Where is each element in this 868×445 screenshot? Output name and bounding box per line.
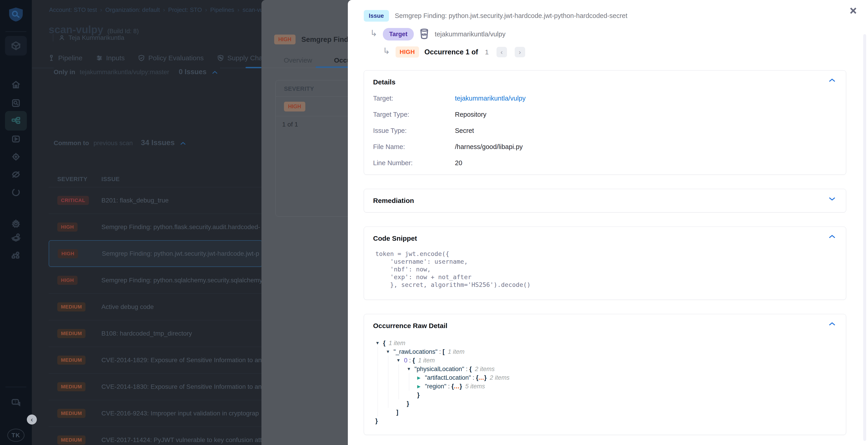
json-line: ▶"region" : {...}5 items (374, 382, 837, 391)
table-row[interactable]: MEDIUMCVE-2014-1829: Exposure of Sensiti… (49, 347, 261, 373)
tab-pipeline[interactable]: Pipeline (48, 54, 83, 62)
pipeline-icon (48, 54, 55, 62)
table-row[interactable]: MEDIUMCVE-2017-11424: PyJWT vulnerable t… (49, 426, 261, 445)
common-count: 34 Issues (141, 138, 175, 147)
code-snippet-title: Code Snippet (373, 235, 837, 242)
sidebar-item-getting-started[interactable] (5, 182, 27, 202)
severity-badge: MEDIUM (57, 382, 86, 391)
background-page: Account: STO test›Organization: default›… (32, 0, 261, 445)
tab-label: Inputs (106, 54, 125, 62)
common-row[interactable]: Common to previous scan 34 Issues (54, 138, 186, 147)
sidebar-item-executions[interactable] (5, 129, 27, 149)
close-button[interactable] (848, 5, 859, 16)
chevron-up-icon[interactable] (829, 78, 836, 83)
code-line: 'nbf': now, (375, 266, 837, 273)
breadcrumb-separator: › (237, 6, 239, 13)
only-in-row[interactable]: Only in tejakummarikuntla/vulpy:master 0… (54, 66, 220, 77)
detail-row: Target Type:Repository (373, 111, 837, 118)
json-brace: { (476, 374, 478, 381)
issues-table: SEVERITY ISSUE CRITICALB201: flask_debug… (49, 171, 261, 445)
severity-badge: HIGH (284, 102, 305, 112)
tab-supply-chain[interactable]: Supply Chain (217, 54, 261, 62)
collapsed-arrow-icon[interactable]: ▶ (417, 375, 425, 380)
user-avatar[interactable]: TK (7, 428, 25, 442)
severity-badge: MEDIUM (57, 356, 86, 365)
only-in-target: tejakummarikuntla/vulpy:master (80, 68, 169, 76)
occurrence-label: Occurrence 1 of (425, 48, 478, 56)
chevron-down-icon[interactable] (829, 197, 836, 202)
expand-arrow-icon[interactable]: ▼ (407, 366, 414, 372)
target-link[interactable]: tejakummarikuntla/vulpy (455, 95, 526, 102)
breadcrumb-account[interactable]: Account: STO test (49, 6, 97, 13)
breadcrumb-org[interactable]: Organization: default (105, 6, 160, 13)
breadcrumb-pipelines[interactable]: Pipelines (210, 6, 235, 13)
table-row-selected[interactable]: HIGHSemgrep Finding: python.jwt.security… (49, 240, 261, 267)
table-row[interactable]: HIGHSemgrep Finding: python.flask.securi… (49, 214, 261, 240)
json-colon: : (446, 383, 452, 390)
prev-occurrence-button[interactable]: ‹ (497, 47, 507, 57)
detail-value: 20 (455, 159, 462, 167)
tab-overview[interactable]: Overview (284, 56, 312, 64)
sidebar-item-module-cube[interactable] (5, 36, 27, 56)
breadcrumb-separator: › (100, 6, 102, 13)
json-ellipsis[interactable]: ... (454, 383, 460, 390)
scrollbar[interactable] (863, 34, 866, 441)
sidebar-item-environments[interactable] (5, 228, 27, 247)
active-tab-underline (315, 66, 349, 68)
json-count: 1 item (389, 340, 406, 347)
json-count: 5 items (465, 383, 485, 390)
drawer-issue-title: Semgrep Findin (302, 35, 355, 44)
table-row[interactable]: MEDIUMB108: hardcoded_tmp_directory (49, 320, 261, 347)
issue-label: CVE-2014-1829: Exposure of Sensitive Inf… (101, 356, 261, 364)
raw-detail-title: Occurrence Raw Detail (373, 322, 837, 330)
code-line: 'exp': now + not_after (375, 273, 837, 281)
sidebar-item-exemptions[interactable] (5, 165, 27, 184)
sidebar-collapse-button[interactable]: ‹ (27, 415, 37, 424)
json-line: ▼"physicalLocation" : {2 items (374, 365, 837, 373)
expand-arrow-icon[interactable]: ▼ (375, 340, 383, 346)
target-badge: Target (383, 28, 414, 40)
table-row[interactable]: MEDIUMActive debug code (49, 294, 261, 320)
json-ellipsis[interactable]: ... (478, 374, 484, 381)
author-byline: Teja Kummarikuntla (53, 34, 124, 41)
sidebar-item-scans[interactable] (5, 93, 27, 113)
json-brace: ] (396, 409, 398, 416)
table-row[interactable]: MEDIUMCVE-2014-1830: Exposure of Sensiti… (49, 373, 261, 400)
help-icon[interactable]: ? (5, 393, 27, 412)
tab-policy-evaluations[interactable]: Policy Evaluations (138, 54, 204, 62)
json-colon: : (464, 365, 469, 373)
pipeline-name: scan-vulpy (49, 24, 103, 35)
chevron-up-icon[interactable] (829, 322, 836, 327)
json-brace: { (413, 357, 415, 364)
sidebar-item-workflows[interactable] (5, 246, 27, 265)
breadcrumb-separator: › (163, 6, 165, 13)
severity-badge: MEDIUM (57, 409, 86, 418)
page-title: scan-vulpy(Build Id: 8) (49, 24, 139, 36)
severity-badge: MEDIUM (57, 436, 86, 445)
breadcrumb: Account: STO test›Organization: default›… (49, 6, 261, 13)
json-key: "artifactLocation" (425, 374, 471, 381)
next-occurrence-button[interactable]: › (515, 47, 525, 57)
json-line: ▼0 : {1 item (374, 356, 837, 365)
table-row[interactable]: HIGHSemgrep Finding: python.sqlalchemy.s… (49, 267, 261, 294)
user-icon (58, 34, 65, 41)
collapse-chevron-icon[interactable] (212, 68, 218, 76)
tab-inputs[interactable]: Inputs (96, 54, 125, 62)
elbow-arrow-icon: ↳ (383, 47, 390, 55)
sidebar-item-pipelines-active[interactable] (5, 111, 27, 130)
sidebar-item-targets[interactable] (5, 147, 27, 167)
expand-arrow-icon[interactable]: ▼ (396, 358, 404, 363)
repository-icon (419, 28, 429, 40)
json-line: ▼{1 item (374, 339, 837, 347)
sidebar-item-home[interactable] (5, 75, 27, 95)
collapsed-arrow-icon[interactable]: ▶ (417, 384, 425, 389)
collapse-chevron-icon[interactable] (180, 140, 186, 147)
expand-arrow-icon[interactable]: ▼ (386, 349, 394, 354)
breadcrumb-project[interactable]: Project: STO (168, 6, 202, 13)
col-severity: SEVERITY (49, 176, 101, 183)
json-line: } (374, 391, 837, 399)
table-row[interactable]: CRITICALB201: flask_debug_true (49, 187, 261, 214)
table-row[interactable]: MEDIUMCVE-2016-9243: Improper input vali… (49, 400, 261, 426)
detail-label: File Name: (373, 143, 455, 151)
chevron-up-icon[interactable] (829, 235, 836, 240)
